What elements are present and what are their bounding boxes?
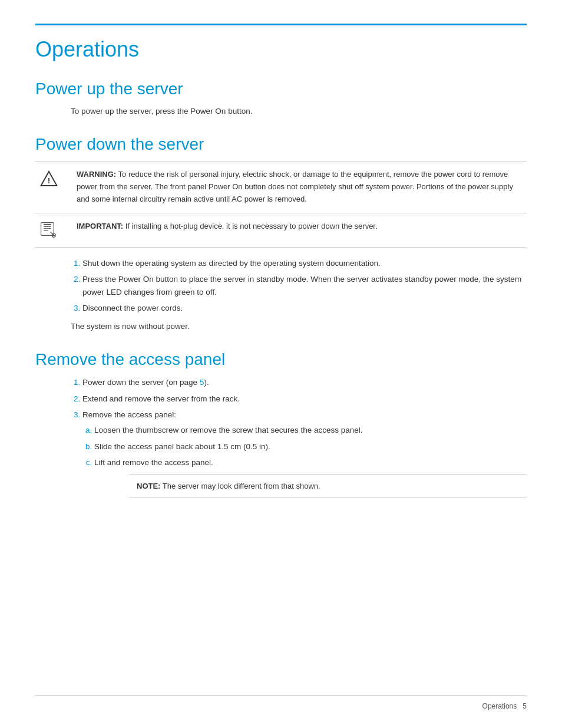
step-text: Press the Power On button to place the s… <box>82 275 521 297</box>
sub-step-text: Lift and remove the access panel. <box>94 458 213 467</box>
list-item: Shut down the operating system as direct… <box>82 257 527 270</box>
step-text: Extend and remove the server from the ra… <box>82 394 240 403</box>
note-box: NOTE: The server may look different from… <box>130 474 527 499</box>
section-power-down: Power down the server ! WARNING: To redu… <box>35 135 527 332</box>
footer-divider <box>35 695 527 696</box>
remove-panel-steps: Power down the server (on page 5). Exten… <box>71 376 527 498</box>
note-label: NOTE: <box>137 482 160 490</box>
step-text: Power down the server (on page 5). <box>82 378 209 387</box>
step-text: Disconnect the power cords. <box>82 304 183 312</box>
list-item: Lift and remove the access panel. <box>94 456 527 469</box>
sub-step-text: Slide the access panel back about 1.5 cm… <box>94 442 270 451</box>
warning-text: To reduce the risk of personal injury, e… <box>77 170 513 203</box>
power-down-steps: Shut down the operating system as direct… <box>71 257 527 315</box>
list-item: Power down the server (on page 5). <box>82 376 527 389</box>
warning-label: WARNING: <box>77 170 116 179</box>
list-item: Disconnect the power cords. <box>82 302 527 315</box>
warning-icon: ! <box>40 169 70 189</box>
power-down-closing: The system is now without power. <box>71 321 527 332</box>
warning-content: WARNING: To reduce the risk of personal … <box>77 169 522 205</box>
footer: Operations 5 <box>482 702 527 710</box>
important-content: IMPORTANT: If installing a hot-plug devi… <box>77 220 378 233</box>
section-power-up: Power up the server To power up the serv… <box>35 80 527 117</box>
important-box: IMPORTANT: If installing a hot-plug devi… <box>35 213 527 248</box>
power-up-intro: To power up the server, press the Power … <box>71 106 527 117</box>
warning-box: ! WARNING: To reduce the risk of persona… <box>35 161 527 213</box>
power-down-title: Power down the server <box>35 135 527 154</box>
step-text: Remove the access panel: <box>82 410 176 419</box>
svg-text:!: ! <box>48 176 51 185</box>
list-item: Slide the access panel back about 1.5 cm… <box>94 440 527 453</box>
important-label: IMPORTANT: <box>77 222 123 230</box>
footer-text: Operations <box>482 702 517 710</box>
top-border <box>35 24 527 25</box>
important-text: If installing a hot-plug device, it is n… <box>123 222 377 230</box>
sub-step-text: Loosen the thumbscrew or remove the scre… <box>94 426 362 434</box>
important-icon <box>40 220 70 240</box>
footer-page-number: 5 <box>523 702 527 710</box>
sub-steps-list: Loosen the thumbscrew or remove the scre… <box>82 424 527 469</box>
svg-rect-3 <box>44 224 51 225</box>
note-text: The server may look different from that … <box>160 482 320 490</box>
section-remove-panel: Remove the access panel Power down the s… <box>35 350 527 498</box>
remove-panel-title: Remove the access panel <box>35 350 527 369</box>
page-title: Operations <box>35 37 527 62</box>
step-text: Shut down the operating system as direct… <box>82 259 381 268</box>
list-item: Extend and remove the server from the ra… <box>82 393 527 406</box>
list-item: Remove the access panel: Loosen the thum… <box>82 409 527 498</box>
list-item: Loosen the thumbscrew or remove the scre… <box>94 424 527 437</box>
list-item: Press the Power On button to place the s… <box>82 273 527 298</box>
power-up-title: Power up the server <box>35 80 527 98</box>
